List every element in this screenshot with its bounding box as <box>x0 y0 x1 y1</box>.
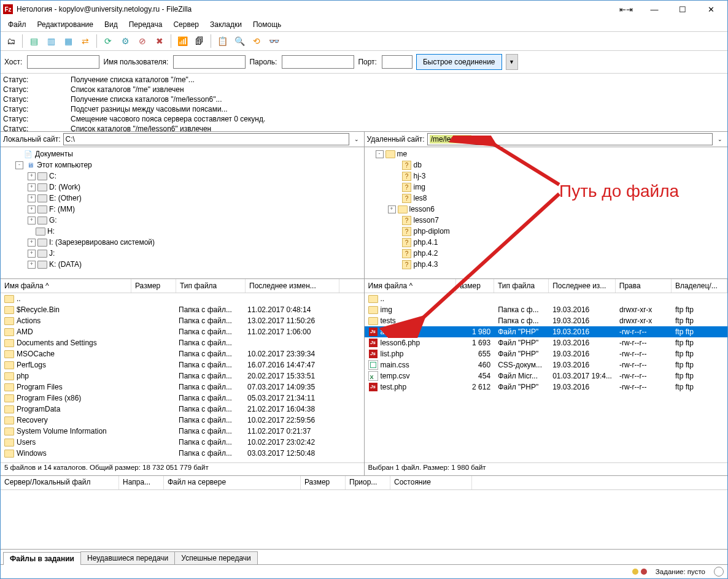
list-item[interactable]: Program Files (x86)Папка с файл...05.03.… <box>1 393 364 404</box>
list-item[interactable]: WindowsПапка с файл...03.03.2017 12:50:4… <box>1 448 364 459</box>
menu-Вид[interactable]: Вид <box>99 19 123 30</box>
tree-node[interactable]: +G: <box>1 215 364 226</box>
col-header[interactable]: Размер <box>301 476 346 489</box>
sync-icon[interactable]: ⟲ <box>249 33 265 49</box>
menu-Помощь[interactable]: Помощь <box>248 19 286 30</box>
list-item[interactable]: RecoveryПапка с файл...10.02.2017 22:59:… <box>1 415 364 426</box>
tree-node[interactable]: H: <box>1 226 364 237</box>
list-item[interactable]: System Volume InformationПапка с файл...… <box>1 426 364 437</box>
maximize-button[interactable]: ☐ <box>668 1 697 18</box>
local-file-list[interactable]: ..$Recycle.BinПапка с файл...11.02.2017 … <box>1 293 364 462</box>
col-header[interactable]: Размер <box>131 279 176 293</box>
quick-connect-dropdown[interactable]: ▼ <box>506 54 518 70</box>
queue-tab[interactable]: Успешные передачи <box>174 551 258 564</box>
list-item[interactable]: main.css460CSS-докум...19.03.2016-rw-r--… <box>365 359 728 370</box>
col-header[interactable]: Тип файла <box>176 279 246 293</box>
col-header[interactable]: Файл на сервере <box>164 476 301 489</box>
reconnect-icon[interactable]: 📶 <box>174 33 190 49</box>
tree-node[interactable]: ?php.4.1 <box>365 237 728 248</box>
list-item[interactable]: $Recycle.BinПапка с файл...11.02.2017 0:… <box>1 304 364 315</box>
remote-path-dropdown[interactable]: ⌄ <box>715 136 725 142</box>
list-item[interactable]: .. <box>1 293 364 304</box>
col-header[interactable]: Напра... <box>119 476 164 489</box>
list-item[interactable]: AMDПапка с файл...11.02.2017 1:06:00 <box>1 326 364 337</box>
col-header[interactable]: Имя файла ^ <box>365 279 457 293</box>
remote-tree[interactable]: -me?db?hj-3?img?les8+lesson6?lesson7?php… <box>365 147 728 279</box>
list-item[interactable]: Jslist.php655Файл "PHP"19.03.2016-rw-r--… <box>365 348 728 359</box>
tree-node[interactable]: ?php.4.2 <box>365 248 728 259</box>
tree-node[interactable]: +lesson6 <box>365 204 728 215</box>
list-item[interactable]: MSOCacheПапка с файл...10.02.2017 23:39:… <box>1 348 364 359</box>
list-item[interactable]: Jslesson6.php1 693Файл "PHP"19.03.2016-r… <box>365 337 728 348</box>
tree-node[interactable]: +D: (Work) <box>1 182 364 193</box>
col-header[interactable]: азмер <box>456 279 494 293</box>
menu-Редактирование[interactable]: Редактирование <box>33 19 98 30</box>
tree-node[interactable]: +K: (DATA) <box>1 259 364 270</box>
tree-node[interactable]: ?les8 <box>365 193 728 204</box>
queue-tab[interactable]: Неудавшиеся передачи <box>80 551 175 564</box>
col-header[interactable]: Права <box>616 279 672 293</box>
minimize-button[interactable]: ― <box>640 1 668 18</box>
col-header[interactable]: Приор... <box>346 476 390 489</box>
toggle-queue-icon[interactable]: ⇄ <box>77 33 93 49</box>
remote-path-input[interactable]: /me/lesson6 <box>427 133 713 145</box>
col-header[interactable]: Тип файла <box>494 279 549 293</box>
process-queue-icon[interactable]: ⚙ <box>117 33 133 49</box>
col-header[interactable]: Последнее из... <box>549 279 616 293</box>
list-item[interactable]: Jsadmin.php1 980Файл "PHP"19.03.2016-rw-… <box>365 326 728 337</box>
user-input[interactable] <box>173 55 246 69</box>
local-tree[interactable]: 📄Документы-🖥Этот компьютер+C:+D: (Work)+… <box>1 147 364 279</box>
menu-Закладки[interactable]: Закладки <box>205 19 247 30</box>
menu-Файл[interactable]: Файл <box>3 19 31 30</box>
tree-node[interactable]: +F: (MM) <box>1 204 364 215</box>
remote-list-header[interactable]: Имя файла ^азмерТип файлаПоследнее из...… <box>365 279 728 293</box>
message-log[interactable]: Статус:Получение списка каталогов "/me".… <box>1 74 727 132</box>
queue-body[interactable] <box>1 490 727 549</box>
list-item[interactable]: ActionsПапка с файл...13.02.2017 11:50:2… <box>1 315 364 326</box>
tree-node[interactable]: +J: <box>1 248 364 259</box>
tree-node[interactable]: ?lesson7 <box>365 215 728 226</box>
find-icon[interactable]: 👓 <box>266 33 282 49</box>
search-icon[interactable]: 🔍 <box>231 33 247 49</box>
menu-Передача[interactable]: Передача <box>124 19 168 30</box>
restore-prev-icon[interactable]: ⇤⇥ <box>612 1 640 18</box>
local-list-header[interactable]: Имя файла ^РазмерТип файлаПоследнее изме… <box>1 279 364 293</box>
list-item[interactable]: phpПапка с файл...20.02.2017 15:33:51 <box>1 370 364 382</box>
disconnect-icon[interactable]: ✖ <box>152 33 168 49</box>
list-item[interactable]: temp.csv454Файл Micr...01.03.2017 19:4..… <box>365 370 728 382</box>
toggle-remote-tree-icon[interactable]: ▦ <box>60 33 76 49</box>
toggle-local-tree-icon[interactable]: ▥ <box>43 33 59 49</box>
list-item[interactable]: UsersПапка с файл...10.02.2017 23:02:42 <box>1 437 364 448</box>
tree-node[interactable]: 📄Документы <box>1 148 364 159</box>
list-item[interactable]: testsПапка с ф...19.03.2016drwxr-xr-xftp… <box>365 315 728 326</box>
close-button[interactable]: ✕ <box>697 1 725 18</box>
tree-node[interactable]: ?php-diplom <box>365 226 728 237</box>
list-item[interactable]: imgПапка с ф...19.03.2016drwxr-xr-xftp f… <box>365 304 728 315</box>
site-manager-icon[interactable]: 🗂 <box>3 33 19 49</box>
filter-icon[interactable]: 🗐 <box>192 33 207 49</box>
tree-node[interactable]: -🖥Этот компьютер <box>1 159 364 171</box>
tree-node[interactable]: +E: (Other) <box>1 193 364 204</box>
local-path-dropdown[interactable]: ⌄ <box>352 136 362 142</box>
remote-file-list[interactable]: ..imgПапка с ф...19.03.2016drwxr-xr-xftp… <box>365 293 728 462</box>
list-item[interactable]: Documents and SettingsПапка с файл... <box>1 337 364 348</box>
list-item[interactable]: Jstest.php2 612Файл "PHP"19.03.2016-rw-r… <box>365 382 728 393</box>
tree-node[interactable]: ?img <box>365 182 728 193</box>
local-path-input[interactable] <box>63 133 349 145</box>
pass-input[interactable] <box>282 55 354 69</box>
col-header[interactable]: Последнее измен... <box>246 279 339 293</box>
queue-header[interactable]: Сервер/Локальный файлНапра...Файл на сер… <box>1 476 727 490</box>
list-item[interactable]: PerfLogsПапка с файл...16.07.2016 14:47:… <box>1 359 364 370</box>
queue-tab[interactable]: Файлы в задании <box>3 552 81 565</box>
menu-Сервер[interactable]: Сервер <box>168 19 204 30</box>
refresh-icon[interactable]: ⟳ <box>100 33 116 49</box>
tree-node[interactable]: ?hj-3 <box>365 171 728 182</box>
tree-node[interactable]: +I: (Зарезервировано системой) <box>1 237 364 248</box>
tree-node[interactable]: -me <box>365 148 728 159</box>
list-item[interactable]: Program FilesПапка с файл...07.03.2017 1… <box>1 382 364 393</box>
list-item[interactable]: .. <box>365 293 728 304</box>
compare-icon[interactable]: 📋 <box>214 33 230 49</box>
col-header[interactable]: Состояние <box>390 476 472 489</box>
host-input[interactable] <box>27 55 99 69</box>
port-input[interactable] <box>382 55 412 69</box>
